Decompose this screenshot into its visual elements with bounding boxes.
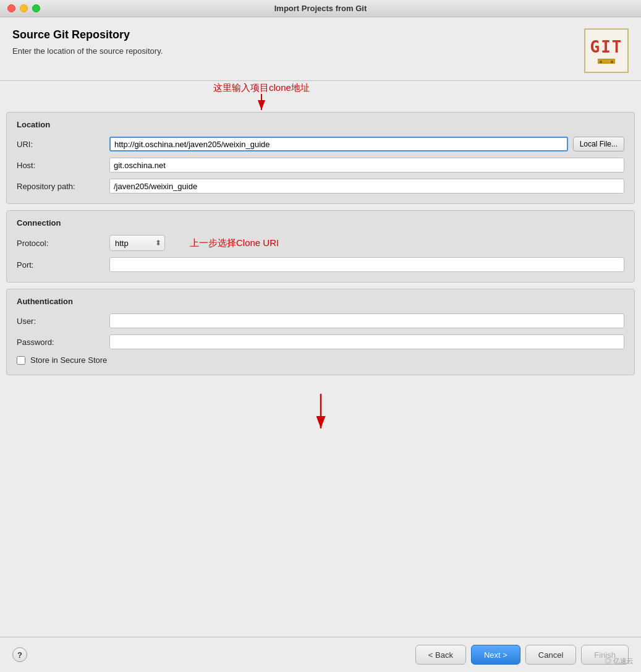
- help-button[interactable]: ?: [12, 647, 27, 662]
- repo-path-row: Repository path:: [17, 179, 624, 194]
- uri-input[interactable]: [109, 137, 568, 151]
- password-label: Password:: [17, 338, 109, 347]
- uri-row: URI: Local File...: [17, 137, 624, 151]
- port-label: Port:: [17, 260, 109, 270]
- repo-path-input[interactable]: [109, 179, 624, 194]
- minimize-button[interactable]: [20, 4, 28, 12]
- store-secure-row: Store in Secure Store: [17, 355, 624, 365]
- top-annotation-text: 这里输入项目clone地址: [213, 82, 310, 94]
- top-annotation-area: 这里输入项目clone地址: [0, 81, 641, 112]
- uri-input-row: Local File...: [109, 137, 624, 151]
- git-logo-text: GIT: [590, 38, 623, 56]
- close-button[interactable]: [7, 4, 15, 12]
- location-section-title: Location: [17, 120, 624, 129]
- bottom-annotation-area: [6, 381, 635, 437]
- bottom-left: ?: [12, 647, 27, 662]
- window-title: Import Projects from Git: [274, 4, 367, 13]
- page-title: Source Git Repository: [12, 28, 572, 41]
- git-logo: GIT: [584, 28, 629, 73]
- bottom-bar: ? < Back Next > Cancel Finish: [0, 637, 641, 672]
- protocol-select-wrapper: http https ssh git ⬍: [109, 235, 165, 251]
- top-annotation: 这里输入项目clone地址: [213, 82, 310, 113]
- port-input[interactable]: [109, 257, 624, 272]
- page-subtitle: Enter the location of the source reposit…: [12, 46, 572, 56]
- connection-annotation-text: 上一步选择Clone URI: [190, 237, 279, 249]
- window-controls: [7, 4, 40, 12]
- top-arrow-icon: [249, 94, 274, 113]
- titlebar: Import Projects from Git: [0, 0, 641, 17]
- watermark: ◎ 亿速云: [605, 657, 634, 666]
- back-button[interactable]: < Back: [415, 645, 466, 665]
- auth-section-title: Authentication: [17, 297, 624, 306]
- protocol-row: Protocol: http https ssh git ⬍ 上一步选择Clon…: [17, 235, 624, 251]
- local-file-button[interactable]: Local File...: [573, 137, 624, 151]
- uri-label: URI:: [17, 140, 109, 149]
- form-area: Location URI: Local File... Host: Reposi…: [0, 112, 641, 637]
- maximize-button[interactable]: [32, 4, 40, 12]
- cancel-button[interactable]: Cancel: [525, 645, 576, 665]
- git-logo-chip: [598, 59, 615, 64]
- store-secure-checkbox[interactable]: [17, 356, 25, 365]
- connection-section: Connection Protocol: http https ssh git …: [6, 210, 635, 283]
- auth-section: Authentication User: Password: Store in …: [6, 289, 635, 375]
- location-section: Location URI: Local File... Host: Reposi…: [6, 112, 635, 204]
- repo-path-label: Repository path:: [17, 182, 109, 191]
- next-button[interactable]: Next >: [471, 645, 520, 665]
- password-row: Password:: [17, 334, 624, 349]
- store-secure-label: Store in Secure Store: [30, 355, 107, 365]
- connection-section-title: Connection: [17, 218, 624, 228]
- user-input[interactable]: [109, 313, 624, 328]
- bottom-arrow-icon: [308, 394, 333, 431]
- user-row: User:: [17, 313, 624, 328]
- header: Source Git Repository Enter the location…: [0, 17, 641, 81]
- password-input[interactable]: [109, 334, 624, 349]
- host-row: Host:: [17, 158, 624, 172]
- host-label: Host:: [17, 161, 109, 170]
- bottom-right: < Back Next > Cancel Finish: [415, 645, 629, 665]
- protocol-select[interactable]: http https ssh git: [109, 235, 165, 251]
- protocol-label: Protocol:: [17, 239, 109, 248]
- host-input[interactable]: [109, 158, 624, 172]
- header-text: Source Git Repository Enter the location…: [12, 28, 572, 56]
- user-label: User:: [17, 317, 109, 326]
- main-content: Source Git Repository Enter the location…: [0, 17, 641, 672]
- port-row: Port:: [17, 257, 624, 272]
